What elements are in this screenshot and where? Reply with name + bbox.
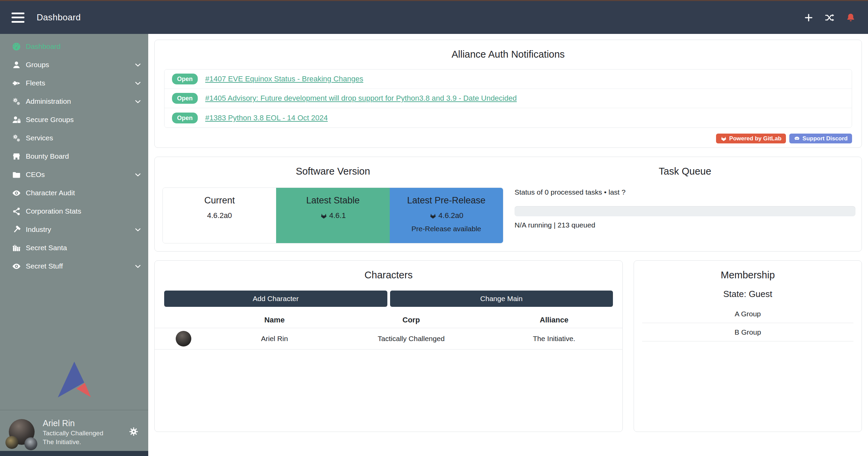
sidebar-item-secret-santa[interactable]: Secret Santa <box>0 239 148 257</box>
share-icon <box>11 206 21 216</box>
alliance-logo-badge <box>24 437 37 450</box>
user-meta: Ariel Rin Tactically Challenged The Init… <box>43 418 103 446</box>
sidebar: DashboardGroupsFleetsAdministrationSecur… <box>0 34 148 456</box>
status-badge: Open <box>172 113 198 123</box>
character-alliance: The Initiative. <box>486 335 622 343</box>
sidebar-item-label: Administration <box>26 97 71 105</box>
sidebar-item-label: Services <box>26 134 53 142</box>
bell-icon[interactable] <box>845 12 856 23</box>
notifications-title: Alliance Auth Notifications <box>155 49 862 60</box>
software-version-column: Software Version Current4.6.2a0Latest St… <box>162 157 503 251</box>
user-lock-icon <box>11 115 21 124</box>
sidebar-item-dashboard[interactable]: Dashboard <box>0 37 148 56</box>
version-cell-note: Pre-Release available <box>390 225 503 233</box>
version-cell-value: 4.6.2a0 <box>163 211 276 220</box>
version-cell-heading: Latest Stable <box>276 195 389 206</box>
alliance-auth-logo <box>54 361 95 398</box>
characters-table: NameCorpAlliance Ariel RinTactically Cha… <box>155 312 622 350</box>
column-header-corp: Corp <box>336 316 486 324</box>
sidebar-item-label: Groups <box>26 61 49 69</box>
gitlab-icon <box>320 212 327 219</box>
sidebar-item-label: Corporation Stats <box>26 207 81 215</box>
character-name: Ariel Rin <box>212 335 336 343</box>
hamburger-icon <box>12 13 24 14</box>
menu-toggle-button[interactable] <box>12 13 25 23</box>
chevron-down-icon <box>134 171 141 178</box>
sidebar-item-corporation-stats[interactable]: Corporation Stats <box>0 202 148 220</box>
support-discord-badge[interactable]: Support Discord <box>789 134 852 143</box>
version-cell-heading: Current <box>163 195 276 206</box>
task-queue-progressbar <box>515 206 855 216</box>
sidebar-item-bounty-board[interactable]: Bounty Board <box>0 147 148 165</box>
characters-table-body: Ariel RinTactically ChallengedThe Initia… <box>155 328 622 350</box>
membership-panel: Membership State: Guest A GroupB Group <box>634 260 862 432</box>
sidebar-bottom-strip <box>0 451 148 456</box>
task-queue-column: Task Queue Status of 0 processed tasks •… <box>515 157 855 251</box>
sidebar-item-label: Industry <box>26 225 51 234</box>
character-avatar <box>176 331 191 346</box>
eye-icon <box>11 188 21 198</box>
column-header-alliance: Alliance <box>486 316 622 324</box>
shuffle-icon[interactable] <box>824 12 835 23</box>
sidebar-item-groups[interactable]: Groups <box>0 56 148 74</box>
version-cell-latest-pre-release: Latest Pre-Release4.6.2a0Pre-Release ava… <box>390 188 503 243</box>
sidebar-item-label: Fleets <box>26 79 45 87</box>
sidebar-item-fleets[interactable]: Fleets <box>0 74 148 92</box>
task-queue-counts: N/A running | 213 queued <box>515 221 855 229</box>
gitlab-icon <box>720 135 727 142</box>
characters-title: Characters <box>155 270 622 281</box>
user-name: Ariel Rin <box>43 418 103 429</box>
sidebar-item-label: Secret Santa <box>26 244 67 252</box>
user-avatar[interactable] <box>9 419 35 445</box>
status-badge: Open <box>172 93 198 104</box>
powered-by-gitlab-badge[interactable]: Powered by GitLab <box>716 134 786 143</box>
characters-panel: Characters Add CharacterChange Main Name… <box>154 260 623 432</box>
notification-link[interactable]: #1407 EVE Equinox Status - Breaking Chan… <box>205 75 363 83</box>
rocket-icon <box>11 78 21 88</box>
chevron-down-icon <box>134 79 141 87</box>
gitlab-icon <box>429 212 437 219</box>
characters-buttons: Add CharacterChange Main <box>164 291 613 307</box>
store-icon <box>11 152 21 161</box>
user-settings-button[interactable] <box>128 426 139 438</box>
task-queue-title: Task Queue <box>515 166 855 177</box>
discord-icon <box>794 135 800 142</box>
sidebar-item-ceos[interactable]: CEOs <box>0 165 148 184</box>
notifications-panel: Alliance Auth Notifications Open#1407 EV… <box>154 40 862 148</box>
gauge-icon <box>11 42 21 51</box>
sidebar-item-industry[interactable]: Industry <box>0 220 148 239</box>
notification-link[interactable]: #1405 Advisory: Future development will … <box>205 94 517 103</box>
plus-icon[interactable] <box>803 12 814 23</box>
character-corp: Tactically Challenged <box>336 335 486 343</box>
main-content: Alliance Auth Notifications Open#1407 EV… <box>148 34 868 456</box>
change-main-button[interactable]: Change Main <box>390 291 613 307</box>
column-header-name: Name <box>212 316 336 324</box>
chevron-down-icon <box>134 61 141 68</box>
sidebar-item-administration[interactable]: Administration <box>0 92 148 111</box>
gears-icon <box>11 97 21 106</box>
version-cell-latest-stable: Latest Stable4.6.1 <box>276 188 389 243</box>
navbar: Dashboard <box>0 1 868 34</box>
chevron-down-icon <box>134 98 141 105</box>
sidebar-divider <box>0 410 148 410</box>
version-cell-value: 4.6.2a0 <box>390 211 503 220</box>
membership-groups: A GroupB Group <box>642 305 853 341</box>
sidebar-item-secret-stuff[interactable]: Secret Stuff <box>0 257 148 275</box>
hammer-icon <box>11 225 21 234</box>
software-taskqueue-panel: Software Version Current4.6.2a0Latest St… <box>154 157 862 252</box>
sidebar-item-secure-groups[interactable]: Secure Groups <box>0 111 148 129</box>
notification-link[interactable]: #1383 Python 3.8 EOL - 14 Oct 2024 <box>205 114 328 122</box>
sidebar-item-services[interactable]: Services <box>0 129 148 147</box>
sidebar-item-character-audit[interactable]: Character Audit <box>0 184 148 202</box>
sidebar-item-label: Dashboard <box>26 42 61 51</box>
notifications-list: Open#1407 EVE Equinox Status - Breaking … <box>164 69 852 128</box>
membership-state: State: Guest <box>634 289 862 299</box>
membership-group: B Group <box>642 323 853 341</box>
notification-row: Open#1407 EVE Equinox Status - Breaking … <box>165 70 852 89</box>
gifts-icon <box>11 243 21 253</box>
sidebar-item-label: Secure Groups <box>26 116 74 124</box>
character-row: Ariel RinTactically ChallengedThe Initia… <box>155 328 622 350</box>
add-character-button[interactable]: Add Character <box>164 291 387 307</box>
membership-group: A Group <box>642 305 853 323</box>
version-cell-current: Current4.6.2a0 <box>163 188 276 243</box>
